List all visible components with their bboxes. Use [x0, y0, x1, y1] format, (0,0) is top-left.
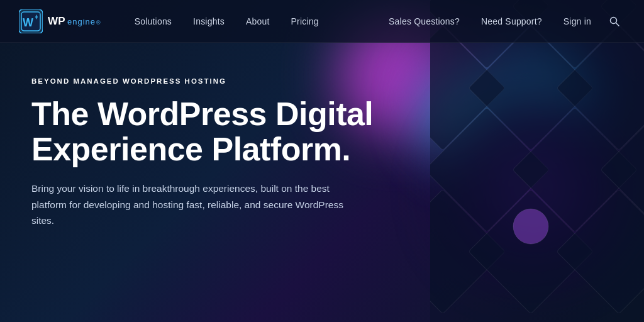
- nav-support[interactable]: Need Support?: [472, 11, 551, 31]
- logo-icon: W: [19, 9, 43, 33]
- svg-line-21: [616, 23, 619, 26]
- nav-pricing[interactable]: Pricing: [282, 11, 328, 31]
- hero-subtitle: Bring your vision to life in breakthroug…: [31, 180, 346, 229]
- geo-grid-overlay: [430, 0, 644, 322]
- search-icon: [609, 16, 619, 26]
- nav-solutions[interactable]: Solutions: [126, 11, 180, 31]
- hero-content: BEYOND MANAGED WORDPRESS HOSTING The Wor…: [0, 43, 415, 229]
- svg-point-13: [513, 209, 548, 244]
- nav-sales[interactable]: Sales Questions?: [380, 11, 469, 31]
- nav-links: Solutions Insights About Pricing: [126, 11, 380, 31]
- nav-insights[interactable]: Insights: [184, 11, 233, 31]
- hero-title: The WordPress Digital Experience Platfor…: [31, 96, 384, 167]
- navbar: W WP engine ® Solutions Insights About P…: [0, 0, 644, 43]
- logo-trademark: ®: [96, 19, 101, 26]
- hero-eyebrow: BEYOND MANAGED WORDPRESS HOSTING: [31, 77, 384, 85]
- logo-area[interactable]: W WP engine ®: [19, 9, 101, 33]
- page-wrapper: W WP engine ® Solutions Insights About P…: [0, 0, 644, 322]
- logo-text-wp: WP engine ®: [48, 15, 101, 28]
- search-button[interactable]: [604, 11, 625, 32]
- nav-right: Sales Questions? Need Support? Sign in: [380, 11, 625, 32]
- logo-wp: WP: [48, 15, 65, 28]
- logo-engine: engine: [67, 17, 96, 26]
- nav-signin[interactable]: Sign in: [555, 11, 600, 31]
- nav-about[interactable]: About: [237, 11, 279, 31]
- svg-text:W: W: [23, 16, 33, 29]
